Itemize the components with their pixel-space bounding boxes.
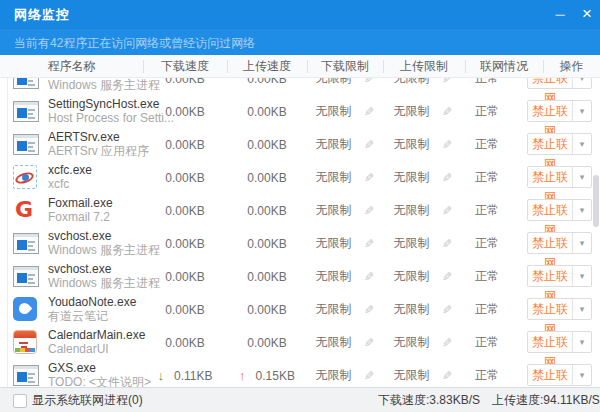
edit-download-limit-icon[interactable]: ✎ <box>364 171 374 185</box>
block-network-label: 禁止联网 <box>528 200 572 220</box>
download-speed-cell: 0.00KB <box>143 161 227 194</box>
show-system-checkbox[interactable] <box>13 394 27 408</box>
edit-download-limit-icon[interactable]: ✎ <box>364 138 374 152</box>
block-network-button[interactable]: 禁止联网▾ <box>527 331 592 353</box>
block-network-button[interactable]: 禁止联网▾ <box>527 298 592 320</box>
program-icon <box>13 78 39 89</box>
download-speed-value: 0.00KB <box>165 138 204 152</box>
dropdown-caret-icon[interactable]: ▾ <box>572 299 591 319</box>
download-limit-value: 无限制 <box>315 334 351 351</box>
header-upload-speed: 上传速度 <box>227 55 307 77</box>
program-description: TODO: <文件说明> <box>48 376 151 387</box>
edit-download-limit-icon[interactable]: ✎ <box>364 78 374 86</box>
program-icon <box>13 134 39 155</box>
dropdown-caret-icon[interactable]: ▾ <box>572 101 591 121</box>
download-limit-value: 无限制 <box>315 169 351 186</box>
download-limit-value: 无限制 <box>315 235 351 252</box>
upload-speed-cell: 0.00KB <box>227 194 307 227</box>
edit-download-limit-icon[interactable]: ✎ <box>364 204 374 218</box>
program-name: CalendarMain.exe <box>48 328 145 342</box>
download-speed-cell: 0.00KB <box>143 128 227 161</box>
network-status-cell: 正常 <box>455 161 519 194</box>
edit-download-limit-icon[interactable]: ✎ <box>364 336 374 350</box>
footer-bar: 显示系统联网进程(0) 下载速度:3.83KB/S 上传速度:94.11KB/S <box>0 387 600 412</box>
edit-upload-limit-icon[interactable]: ✎ <box>442 105 452 119</box>
upload-limit-cell: 无限制✎ <box>383 128 463 161</box>
header-download-limit: 下载限制 <box>307 55 383 77</box>
upload-speed-cell: 0.00KB <box>227 161 307 194</box>
dropdown-caret-icon[interactable]: ▾ <box>572 78 591 88</box>
program-description: xcfc <box>48 178 69 191</box>
block-network-button[interactable]: 禁止联网▾ <box>527 232 592 254</box>
table-row: svchost.exe Windows 服务主进程 0.00KB 0.00KB … <box>0 78 600 95</box>
block-network-label: 禁止联网 <box>528 101 572 121</box>
download-limit-value: 无限制 <box>315 202 351 219</box>
upload-limit-cell: 无限制✎ <box>383 293 463 326</box>
download-limit-value: 无限制 <box>315 136 351 153</box>
edit-download-limit-icon[interactable]: ✎ <box>364 105 374 119</box>
upload-limit-cell: 无限制✎ <box>383 359 463 387</box>
download-speed-cell: 0.00KB <box>143 227 227 260</box>
minimize-button[interactable]: ─ <box>546 0 574 28</box>
block-network-button[interactable]: 禁止联网▾ <box>527 133 592 155</box>
program-name: YoudaoNote.exe <box>48 295 136 309</box>
header-download-speed: 下载速度 <box>143 55 227 77</box>
edit-upload-limit-icon[interactable]: ✎ <box>442 204 452 218</box>
edit-upload-limit-icon[interactable]: ✎ <box>442 237 452 251</box>
block-network-button[interactable]: 禁止联网▾ <box>527 166 592 188</box>
status-banner: 当前有42程序正在访问网络或曾经访问过网络 <box>0 28 600 55</box>
download-speed-cell: 0.00KB <box>143 293 227 326</box>
block-network-label: 禁止联网 <box>528 365 572 385</box>
dropdown-caret-icon[interactable]: ▾ <box>572 167 591 187</box>
edit-download-limit-icon[interactable]: ✎ <box>364 270 374 284</box>
download-limit-cell: 无限制✎ <box>307 293 383 326</box>
download-speed-value: 0.00KB <box>165 171 204 185</box>
block-network-button[interactable]: 禁止联网▾ <box>527 265 592 287</box>
program-icon <box>13 165 37 189</box>
download-speed-value: 0.00KB <box>165 303 204 317</box>
table-header: 程序名称 下载速度 上传速度 下载限制 上传限制 联网情况 操作 <box>0 55 600 78</box>
table-row: AERTSrv.exe AERTSrv 应用程序 0.00KB 0.00KB 无… <box>0 128 600 161</box>
block-network-label: 禁止联网 <box>528 299 572 319</box>
table-row: svchost.exe Windows 服务主进程 0.00KB 0.00KB … <box>0 227 600 260</box>
upload-speed-cell: 0.00KB <box>227 95 307 128</box>
edit-download-limit-icon[interactable]: ✎ <box>364 369 374 383</box>
edit-download-limit-icon[interactable]: ✎ <box>364 237 374 251</box>
dropdown-caret-icon[interactable]: ▾ <box>572 200 591 220</box>
block-network-button[interactable]: 禁止联网▾ <box>527 100 592 122</box>
edit-download-limit-icon[interactable]: ✎ <box>364 303 374 317</box>
download-speed-value: 0.11KB <box>174 369 212 383</box>
table-row: svchost.exe Windows 服务主进程 0.00KB 0.00KB … <box>0 260 600 293</box>
dropdown-caret-icon[interactable]: ▾ <box>572 134 591 154</box>
edit-upload-limit-icon[interactable]: ✎ <box>442 138 452 152</box>
dropdown-caret-icon[interactable]: ▾ <box>572 233 591 253</box>
edit-upload-limit-icon[interactable]: ✎ <box>442 270 452 284</box>
network-status-cell: 正常 <box>455 260 519 293</box>
edit-upload-limit-icon[interactable]: ✎ <box>442 78 452 86</box>
network-monitor-window: 网络监控 ─ × 当前有42程序正在访问网络或曾经访问过网络 程序名称 下载速度… <box>0 0 600 412</box>
edit-upload-limit-icon[interactable]: ✎ <box>442 369 452 383</box>
edit-upload-limit-icon[interactable]: ✎ <box>442 303 452 317</box>
program-description: CalendarUI <box>48 343 109 356</box>
dropdown-caret-icon[interactable]: ▾ <box>572 266 591 286</box>
edit-upload-limit-icon[interactable]: ✎ <box>442 171 452 185</box>
network-status-cell: 正常 <box>455 95 519 128</box>
vertical-scrollbar-thumb[interactable] <box>593 175 599 227</box>
program-icon <box>13 330 37 354</box>
dropdown-caret-icon[interactable]: ▾ <box>572 332 591 352</box>
upload-speed-value: 0.15KB <box>256 369 295 383</box>
block-network-button[interactable]: 禁止联网▾ <box>527 364 592 386</box>
edit-upload-limit-icon[interactable]: ✎ <box>442 336 452 350</box>
download-speed-value: 0.00KB <box>165 270 204 284</box>
show-system-label[interactable]: 显示系统联网进程(0) <box>32 388 143 412</box>
download-limit-cell: 无限制✎ <box>307 326 383 359</box>
block-network-button[interactable]: 禁止联网▾ <box>527 199 592 221</box>
block-network-button[interactable]: 禁止联网▾ <box>527 78 592 89</box>
network-status-cell: 正常 <box>455 326 519 359</box>
download-limit-value: 无限制 <box>315 367 351 384</box>
upload-limit-cell: 无限制✎ <box>383 194 463 227</box>
dropdown-caret-icon[interactable]: ▾ <box>572 365 591 385</box>
close-button[interactable]: × <box>574 0 600 28</box>
upload-speed-cell: 0.00KB <box>227 128 307 161</box>
download-speed-cell: 0.00KB <box>143 194 227 227</box>
